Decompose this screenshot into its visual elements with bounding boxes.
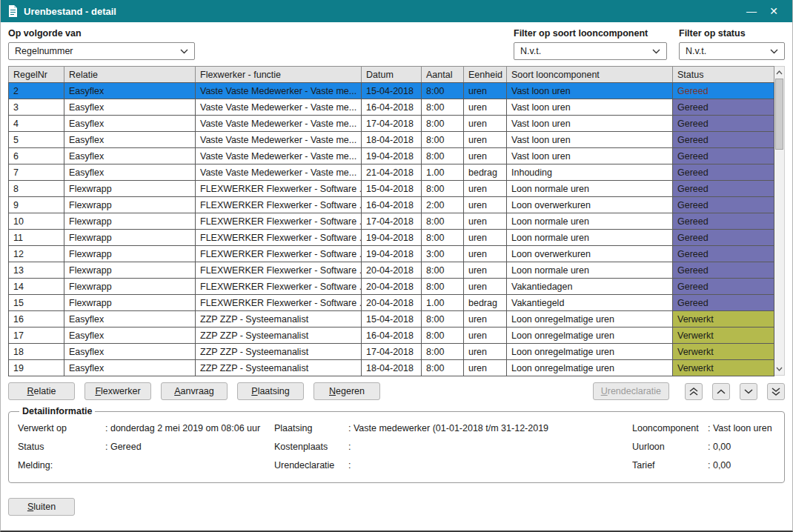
table-row[interactable]: 16 Easyflex ZZP ZZP - Systeemanalist 15-…	[9, 311, 774, 327]
col-header-regelnr[interactable]: RegelNr	[9, 67, 64, 83]
cell-datum: 15-04-2018	[362, 311, 422, 327]
urendeclaratie-button[interactable]: Urendeclaratie	[593, 382, 669, 400]
cell-eenheid: uren	[464, 327, 507, 344]
cell-flexwerker: Vaste Vaste Medewerker - Vaste me...	[196, 99, 362, 116]
cell-datum: 17-04-2018	[362, 344, 422, 360]
cell-regelnr: 8	[9, 181, 64, 197]
negeren-button[interactable]: Negeren	[313, 382, 380, 400]
cell-flexwerker: ZZP ZZP - Systeemanalist	[196, 327, 362, 344]
plaatsing-button[interactable]: Plaatsing	[237, 382, 304, 400]
cell-looncomponent: Vakantiegeld	[507, 295, 673, 311]
scroll-down-button[interactable]	[774, 363, 784, 375]
cell-relatie: Flexwrapp	[64, 213, 196, 230]
cell-looncomponent: Loon normale uren	[507, 213, 673, 230]
cell-regelnr: 18	[9, 344, 64, 360]
minimize-button[interactable]: —	[740, 4, 763, 19]
cell-regelnr: 13	[9, 262, 64, 279]
table-row[interactable]: 2 Easyflex Vaste Vaste Medewerker - Vast…	[9, 83, 774, 99]
cell-aantal: 3:00	[422, 246, 464, 262]
cell-status: Gereed	[673, 295, 774, 311]
table-row[interactable]: 11 Flexwrapp FLEXWERKER Flexwerker - Sof…	[9, 230, 774, 246]
cell-regelnr: 15	[9, 295, 64, 311]
col-header-eenheid[interactable]: Eenheid	[464, 67, 507, 83]
double-chevron-up-icon	[689, 388, 698, 396]
cell-relatie: Easyflex	[64, 344, 196, 360]
uurloon-label: Uurloon	[632, 438, 708, 456]
table-row[interactable]: 13 Flexwrapp FLEXWERKER Flexwerker - Sof…	[9, 262, 774, 279]
cell-relatie: Easyflex	[64, 164, 196, 181]
cell-aantal: 8:00	[422, 230, 464, 246]
uurloon-value: : 0,00	[708, 438, 775, 456]
cell-datum: 20-04-2018	[362, 262, 422, 279]
table-row[interactable]: 5 Easyflex Vaste Vaste Medewerker - Vast…	[9, 132, 774, 148]
cell-eenheid: uren	[464, 360, 507, 376]
cell-eenheid: uren	[464, 181, 507, 197]
cell-datum: 19-04-2018	[362, 246, 422, 262]
table-row[interactable]: 12 Flexwrapp FLEXWERKER Flexwerker - Sof…	[9, 246, 774, 262]
cell-flexwerker: FLEXWERKER Flexwerker - Software ...	[196, 181, 362, 197]
move-bottom-button[interactable]	[767, 383, 785, 400]
table-row[interactable]: 3 Easyflex Vaste Vaste Medewerker - Vast…	[9, 99, 774, 116]
table-row[interactable]: 10 Flexwrapp FLEXWERKER Flexwerker - Sof…	[9, 213, 774, 230]
move-down-button[interactable]	[740, 383, 757, 400]
cell-relatie: Flexwrapp	[64, 279, 196, 295]
move-up-button[interactable]	[712, 383, 730, 400]
cell-regelnr: 5	[9, 132, 64, 148]
table-row[interactable]: 17 Easyflex ZZP ZZP - Systeemanalist 16-…	[9, 327, 774, 344]
scrollbar-track[interactable]	[774, 79, 784, 363]
scrollbar-thumb[interactable]	[775, 79, 783, 150]
cell-datum: 15-04-2018	[362, 83, 422, 99]
detail-info-panel: Detailinformatie Verwerkt op : donderdag…	[8, 406, 785, 483]
kostenplaats-label: Kostenplaats	[274, 438, 348, 456]
table-row[interactable]: 6 Easyflex Vaste Vaste Medewerker - Vast…	[9, 148, 774, 164]
table-row[interactable]: 8 Flexwrapp FLEXWERKER Flexwerker - Soft…	[9, 181, 774, 197]
table-row[interactable]: 4 Easyflex Vaste Vaste Medewerker - Vast…	[9, 116, 774, 132]
cell-flexwerker: Vaste Vaste Medewerker - Vaste me...	[196, 83, 362, 99]
cell-regelnr: 11	[9, 230, 64, 246]
cell-flexwerker: FLEXWERKER Flexwerker - Software ...	[196, 279, 362, 295]
cell-eenheid: uren	[464, 132, 507, 148]
col-header-status[interactable]: Status	[673, 67, 774, 83]
col-header-aantal[interactable]: Aantal	[422, 67, 464, 83]
col-header-looncomponent[interactable]: Soort looncomponent	[507, 67, 673, 83]
melding-value	[105, 456, 274, 475]
tarief-value: : 0,00	[708, 456, 775, 475]
table-row[interactable]: 19 Easyflex ZZP ZZP - Systeemanalist 18-…	[9, 360, 774, 376]
cell-status: Verwerkt	[673, 327, 774, 344]
col-header-flexwerker[interactable]: Flexwerker - functie	[196, 67, 362, 83]
relatie-button[interactable]: Relatie	[8, 382, 75, 400]
status-filter-label: Filter op status	[679, 28, 785, 39]
col-header-relatie[interactable]: Relatie	[64, 67, 196, 83]
close-button[interactable]: ✕	[763, 4, 785, 19]
cell-flexwerker: Vaste Vaste Medewerker - Vaste me...	[196, 116, 362, 132]
cell-relatie: Flexwrapp	[64, 181, 196, 197]
status-filter-select[interactable]: N.v.t.	[679, 42, 785, 60]
table-row[interactable]: 14 Flexwrapp FLEXWERKER Flexwerker - Sof…	[9, 279, 774, 295]
cell-relatie: Easyflex	[64, 99, 196, 116]
move-top-button[interactable]	[685, 383, 703, 400]
table-row[interactable]: 9 Flexwrapp FLEXWERKER Flexwerker - Soft…	[9, 197, 774, 213]
cell-eenheid: uren	[464, 311, 507, 327]
cell-status: Verwerkt	[673, 360, 774, 376]
cell-aantal: 8:00	[422, 148, 464, 164]
table-row[interactable]: 15 Flexwrapp FLEXWERKER Flexwerker - Sof…	[9, 295, 774, 311]
sort-select[interactable]: Regelnummer	[8, 42, 195, 60]
cell-status: Gereed	[673, 230, 774, 246]
cell-flexwerker: Vaste Vaste Medewerker - Vaste me...	[196, 132, 362, 148]
cell-datum: 18-04-2018	[362, 360, 422, 376]
cell-regelnr: 14	[9, 279, 64, 295]
plaatsing-value: : Vaste medewerker (01-01-2018 t/m 31-12…	[348, 419, 632, 438]
cell-aantal: 2:00	[422, 197, 464, 213]
cell-looncomponent: Loon normale uren	[507, 230, 673, 246]
table-row[interactable]: 7 Easyflex Vaste Vaste Medewerker - Vast…	[9, 164, 774, 181]
looncomponent-filter-select[interactable]: N.v.t.	[514, 42, 667, 60]
scroll-up-button[interactable]	[774, 67, 784, 79]
table-scrollbar[interactable]	[774, 66, 785, 376]
aanvraag-button[interactable]: Aanvraag	[161, 382, 228, 400]
sluiten-button[interactable]: Sluiten	[8, 498, 75, 516]
table-row[interactable]: 18 Easyflex ZZP ZZP - Systeemanalist 17-…	[9, 344, 774, 360]
flexwerker-button[interactable]: Flexwerker	[84, 382, 151, 400]
col-header-datum[interactable]: Datum	[362, 67, 422, 83]
cell-status: Gereed	[673, 148, 774, 164]
cell-aantal: 8:00	[422, 311, 464, 327]
